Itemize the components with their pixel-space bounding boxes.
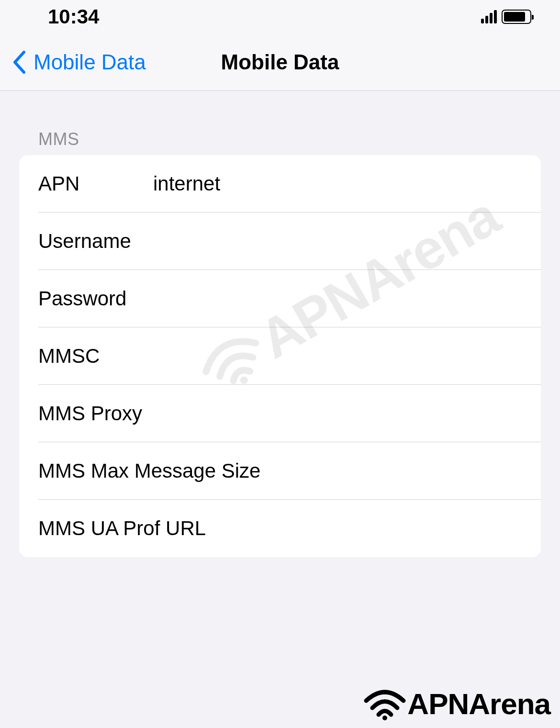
back-label: Mobile Data xyxy=(34,50,146,74)
row-password[interactable]: Password xyxy=(19,270,541,327)
battery-icon xyxy=(502,10,531,24)
status-bar: 10:34 xyxy=(0,0,560,34)
signal-icon xyxy=(481,10,497,23)
wifi-icon xyxy=(363,687,406,721)
label-username: Username xyxy=(38,230,153,253)
brand-logo: APNArena xyxy=(363,687,550,721)
status-time: 10:34 xyxy=(48,5,99,28)
label-password: Password xyxy=(38,287,153,310)
section-header-mms: MMS xyxy=(0,129,560,155)
row-apn[interactable]: APN xyxy=(19,155,541,213)
content: MMS APN Username Password MMSC MMS Proxy xyxy=(0,91,560,557)
input-username[interactable] xyxy=(153,230,522,253)
row-mms-ua-prof[interactable]: MMS UA Prof URL xyxy=(19,500,541,557)
label-mms-max-size: MMS Max Message Size xyxy=(38,459,260,482)
label-mmsc: MMSC xyxy=(38,345,153,368)
row-mms-proxy[interactable]: MMS Proxy xyxy=(19,385,541,442)
label-mms-proxy: MMS Proxy xyxy=(38,402,142,425)
row-mmsc[interactable]: MMSC xyxy=(19,327,541,385)
settings-group-mms: APN Username Password MMSC MMS Proxy MMS… xyxy=(19,155,541,557)
row-username[interactable]: Username xyxy=(19,213,541,270)
input-apn[interactable] xyxy=(153,172,522,195)
chevron-back-icon xyxy=(12,50,26,74)
input-mms-max-size[interactable] xyxy=(260,459,522,482)
label-apn: APN xyxy=(38,172,153,195)
status-icons xyxy=(481,10,531,24)
row-mms-max-size[interactable]: MMS Max Message Size xyxy=(19,442,541,500)
input-mmsc[interactable] xyxy=(153,345,522,368)
page-title: Mobile Data xyxy=(221,50,339,74)
input-mms-ua-prof[interactable] xyxy=(206,517,522,540)
label-mms-ua-prof: MMS UA Prof URL xyxy=(38,517,206,540)
input-password[interactable] xyxy=(153,287,522,310)
svg-point-1 xyxy=(382,716,387,720)
back-button[interactable]: Mobile Data xyxy=(0,50,146,74)
input-mms-proxy[interactable] xyxy=(142,402,522,425)
navigation-bar: Mobile Data Mobile Data xyxy=(0,34,560,91)
